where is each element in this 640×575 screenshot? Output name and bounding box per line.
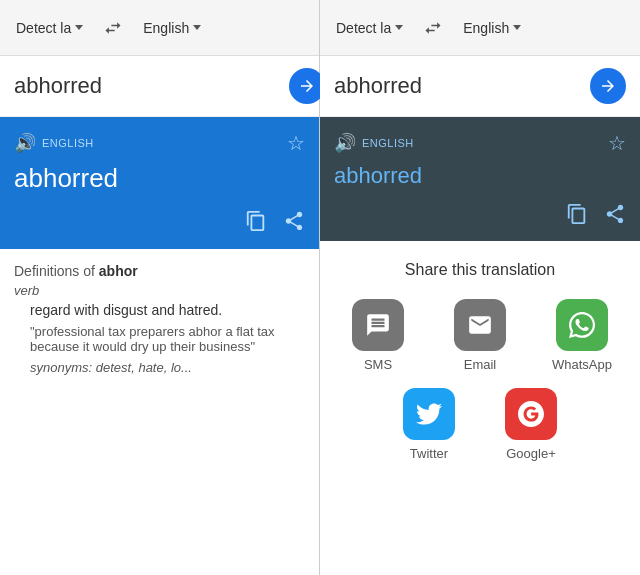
right-share-icon[interactable]: [604, 203, 626, 229]
right-result-actions: [334, 203, 626, 229]
left-input-area: [0, 56, 319, 117]
share-googleplus-button[interactable]: Google+: [496, 388, 566, 461]
definitions-area: Definitions of abhor verb regard with di…: [0, 249, 319, 575]
right-input-area: abhorred: [320, 56, 640, 117]
def-synonyms: synonyms: detest, hate, lo...: [14, 360, 305, 375]
email-label: Email: [464, 357, 497, 372]
right-toolbar: Detect la English: [320, 0, 640, 56]
right-source-text: abhorred: [334, 73, 590, 99]
right-source-lang-select[interactable]: Detect la: [328, 14, 411, 42]
source-lang-select[interactable]: Detect la: [8, 14, 91, 42]
result-lang-row: 🔊 ENGLISH ☆: [14, 131, 305, 155]
right-result-lang-row: 🔊 ENGLISH ☆: [334, 131, 626, 155]
right-result-word: abhorred: [334, 163, 626, 189]
right-result-area: 🔊 ENGLISH ☆ abhorred: [320, 117, 640, 241]
result-actions: [14, 210, 305, 237]
googleplus-icon: [505, 388, 557, 440]
result-lang-label: ENGLISH: [42, 137, 94, 149]
right-source-lang-label: Detect la: [336, 20, 391, 36]
right-result-lang-left: 🔊 ENGLISH: [334, 132, 414, 154]
whatsapp-icon: [556, 299, 608, 351]
def-title: Definitions of abhor: [14, 263, 305, 279]
share-section: Share this translation SMS: [320, 241, 640, 575]
def-example: "professional tax preparers abhor a flat…: [14, 324, 305, 354]
right-result-lang-label: ENGLISH: [362, 137, 414, 149]
target-lang-select[interactable]: English: [135, 14, 209, 42]
email-icon: [454, 299, 506, 351]
right-target-lang-chevron-icon: [513, 25, 521, 30]
def-pos: verb: [14, 283, 305, 298]
def-meaning: regard with disgust and hatred.: [14, 302, 305, 318]
copy-icon[interactable]: [245, 210, 267, 237]
target-lang-label: English: [143, 20, 189, 36]
share-title: Share this translation: [334, 261, 626, 279]
swap-languages-button[interactable]: [95, 10, 131, 46]
share-row-2: Twitter Google+: [394, 388, 566, 461]
share-icon[interactable]: [283, 210, 305, 237]
right-translate-button[interactable]: [590, 68, 626, 104]
speaker-icon[interactable]: 🔊: [14, 132, 36, 154]
source-lang-label: Detect la: [16, 20, 71, 36]
right-favorite-icon[interactable]: ☆: [608, 131, 626, 155]
share-twitter-button[interactable]: Twitter: [394, 388, 464, 461]
googleplus-label: Google+: [506, 446, 556, 461]
twitter-icon: [403, 388, 455, 440]
sms-icon: [352, 299, 404, 351]
source-lang-chevron-icon: [75, 25, 83, 30]
source-text-input[interactable]: [14, 73, 289, 99]
favorite-icon[interactable]: ☆: [287, 131, 305, 155]
right-source-lang-chevron-icon: [395, 25, 403, 30]
left-panel: Detect la English 🔊 ENGLISH ☆ abhorred: [0, 0, 320, 575]
right-speaker-icon[interactable]: 🔊: [334, 132, 356, 154]
share-row-1: SMS Email WhatsApp: [343, 299, 617, 372]
right-copy-icon[interactable]: [566, 203, 588, 229]
whatsapp-label: WhatsApp: [552, 357, 612, 372]
left-toolbar: Detect la English: [0, 0, 319, 56]
right-target-lang-select[interactable]: English: [455, 14, 529, 42]
twitter-label: Twitter: [410, 446, 448, 461]
sms-label: SMS: [364, 357, 392, 372]
left-result-area: 🔊 ENGLISH ☆ abhorred: [0, 117, 319, 249]
right-swap-button[interactable]: [415, 10, 451, 46]
result-lang-left: 🔊 ENGLISH: [14, 132, 94, 154]
result-word: abhorred: [14, 163, 305, 194]
right-target-lang-label: English: [463, 20, 509, 36]
share-grid: SMS Email WhatsApp: [334, 299, 626, 461]
share-sms-button[interactable]: SMS: [343, 299, 413, 372]
share-whatsapp-button[interactable]: WhatsApp: [547, 299, 617, 372]
share-email-button[interactable]: Email: [445, 299, 515, 372]
right-panel: Detect la English abhorred 🔊 ENGLISH ☆ a…: [320, 0, 640, 575]
target-lang-chevron-icon: [193, 25, 201, 30]
